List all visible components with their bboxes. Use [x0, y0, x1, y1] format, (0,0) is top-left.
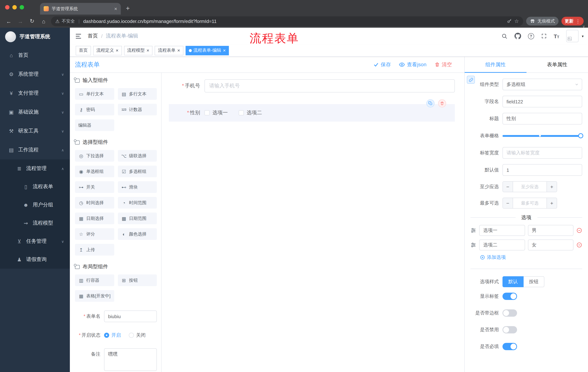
sidebar-item-process-model[interactable]: ⇝流程模型	[0, 214, 70, 232]
doc-link-button[interactable]	[467, 76, 475, 84]
palette-item-password[interactable]: ⚷密码	[75, 104, 114, 115]
sidebar-item-system-management[interactable]: ⚙系统管理∨	[0, 65, 70, 84]
palette-item-color-picker[interactable]: ◐颜色选择	[118, 228, 157, 240]
tag-close-icon[interactable]: ×	[147, 48, 149, 53]
style-button-button[interactable]: 按钮	[524, 276, 544, 287]
save-button[interactable]: 保存	[374, 61, 391, 68]
field-name-input[interactable]: field122	[503, 96, 582, 107]
status-on-radio[interactable]: 开启	[104, 332, 121, 339]
fullscreen-icon[interactable]	[541, 33, 547, 39]
style-default-button[interactable]: 默认	[503, 276, 524, 287]
decrease-button[interactable]: −	[503, 182, 513, 192]
title-input[interactable]: 性别	[503, 113, 582, 125]
avatar-caret-icon[interactable]: ▾	[582, 34, 584, 38]
tag-close-icon[interactable]: ×	[116, 48, 118, 53]
tab-form-props[interactable]: 表单属性	[526, 57, 588, 73]
window-zoom-button[interactable]	[20, 5, 24, 10]
tag-close-icon[interactable]: ×	[223, 48, 226, 53]
switch-show-label[interactable]	[503, 293, 517, 300]
palette-item-date-range[interactable]: ▩日期范围	[118, 213, 157, 224]
tag-process-model[interactable]: 流程模型×	[124, 46, 152, 55]
palette-item-select[interactable]: ◎下拉选择	[75, 150, 114, 162]
checkbox-option[interactable]: 选项二	[239, 110, 262, 116]
sidebar-item-user-group[interactable]: ☻用户分组	[0, 196, 70, 214]
decrease-button[interactable]: −	[503, 198, 513, 208]
sidebar-item-process-management[interactable]: ≣流程管理∧	[0, 159, 70, 178]
browser-menu-icon[interactable]: ⋮	[576, 18, 580, 24]
back-button[interactable]: ←	[4, 17, 13, 25]
max-select-input[interactable]: 最多可选	[513, 198, 546, 208]
default-value-input[interactable]: 1	[503, 164, 582, 176]
palette-item-time-picker[interactable]: ◷时间选择	[75, 197, 114, 209]
palette-item-time-range[interactable]: ◔时间范围	[118, 197, 157, 209]
tag-process-definition[interactable]: 流程定义×	[93, 46, 122, 55]
checkbox-option[interactable]: 选项一	[204, 110, 228, 116]
avatar[interactable]	[566, 30, 578, 42]
palette-item-cascader[interactable]: ⌥级联选择	[118, 150, 157, 162]
breadcrumb-home[interactable]: 首页	[88, 33, 98, 39]
remove-option-button[interactable]	[576, 227, 582, 233]
home-button[interactable]: ⌂	[39, 17, 48, 25]
option-value-input[interactable]: 男	[528, 225, 573, 236]
palette-item-editor[interactable]: 编辑器	[75, 119, 114, 131]
palette-item-button[interactable]: ⊞按钮	[118, 275, 157, 286]
drag-handle-icon[interactable]	[471, 242, 476, 248]
palette-item-table[interactable]: ▦表格[开发中]	[75, 290, 114, 302]
palette-item-date-picker[interactable]: ▦日期选择	[75, 213, 114, 224]
min-select-input[interactable]: 至少应选	[513, 182, 546, 192]
component-type-select[interactable]: 多选框组	[503, 79, 582, 90]
tag-process-form[interactable]: 流程表单×	[155, 46, 183, 55]
label-width-input[interactable]: 请输入标签宽度	[503, 147, 582, 159]
new-tab-button[interactable]: +	[126, 5, 130, 12]
copy-widget-button[interactable]	[426, 99, 434, 107]
update-button[interactable]: 更新 ⋮	[561, 17, 584, 25]
delete-widget-button[interactable]	[438, 99, 446, 107]
sidebar-item-infrastructure[interactable]: ▣基础设施∨	[0, 103, 70, 122]
palette-item-radio-group[interactable]: ◉单选框组	[75, 166, 114, 177]
bookmark-star-icon[interactable]: ☆	[514, 18, 519, 24]
window-close-button[interactable]	[5, 5, 10, 10]
phone-input[interactable]: 请输入手机号	[204, 79, 455, 93]
password-key-icon[interactable]	[507, 19, 512, 24]
address-bar[interactable]: ⚠ 不安全 | dashboard.yudao.iocoder.cn/bpm/m…	[51, 16, 523, 26]
sidebar-item-task-management[interactable]: ⊻任务管理∨	[0, 232, 70, 250]
remove-option-button[interactable]	[576, 242, 582, 248]
switch-disabled[interactable]	[503, 326, 517, 333]
view-json-button[interactable]: 查看json	[399, 61, 426, 68]
palette-item-row-container[interactable]: ▥行容器	[75, 275, 114, 286]
github-icon[interactable]	[514, 33, 521, 39]
sidebar-item-workflow[interactable]: ▤工作流程∧	[0, 140, 70, 159]
sidebar-item-dev-tools[interactable]: ⚒研发工具∨	[0, 122, 70, 140]
hamburger-icon[interactable]	[75, 32, 82, 40]
search-icon[interactable]	[501, 33, 507, 39]
drag-handle-icon[interactable]	[471, 227, 476, 233]
palette-item-slider[interactable]: ⊷滑块	[118, 181, 157, 193]
option-value-input[interactable]: 女	[528, 240, 573, 250]
add-option-button[interactable]: 添加选项	[480, 254, 582, 261]
sidebar-item-leave-query[interactable]: ♟请假查询	[0, 250, 70, 269]
clear-button[interactable]: 清空	[434, 61, 452, 68]
slider-handle[interactable]	[578, 133, 583, 138]
help-icon[interactable]: ?	[528, 33, 534, 39]
form-name-input[interactable]: biubiu	[104, 310, 157, 322]
palette-item-upload[interactable]: ↥上传	[75, 244, 114, 255]
browser-tab[interactable]: 芋道管理系统 ×	[40, 3, 121, 15]
tab-close-icon[interactable]: ×	[114, 6, 117, 11]
palette-item-checkbox-group[interactable]: ☑多选框组	[118, 166, 157, 177]
palette-item-multi-line-text[interactable]: ▤多行文本	[118, 88, 157, 100]
forward-button[interactable]: →	[16, 17, 25, 25]
form-grid-slider[interactable]	[503, 130, 582, 142]
window-minimize-button[interactable]	[12, 5, 17, 10]
option-label-input[interactable]: 选项一	[479, 225, 525, 236]
tag-home[interactable]: 首页	[76, 46, 91, 55]
canvas-field-phone[interactable]: *手机号 请输入手机号	[169, 79, 455, 93]
switch-with-border[interactable]	[503, 309, 517, 317]
tab-component-props[interactable]: 组件属性	[465, 57, 526, 73]
font-size-icon[interactable]: TT	[554, 33, 559, 39]
increase-button[interactable]: +	[546, 198, 557, 208]
switch-required[interactable]	[503, 343, 517, 350]
palette-item-single-line-text[interactable]: ▭单行文本	[75, 88, 114, 100]
remark-textarea[interactable]: 嘿嘿	[104, 348, 157, 371]
tag-close-icon[interactable]: ×	[177, 48, 180, 53]
option-label-input[interactable]: 选项二	[479, 240, 525, 250]
